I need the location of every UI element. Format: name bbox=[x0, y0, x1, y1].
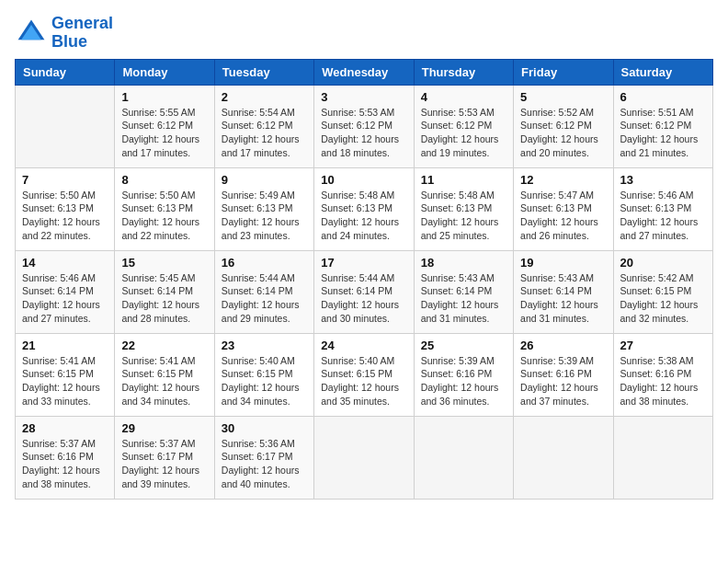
day-number: 27 bbox=[620, 339, 706, 352]
calendar-cell: 27Sunrise: 5:38 AM Sunset: 6:16 PM Dayli… bbox=[613, 333, 712, 416]
calendar-week-row: 21Sunrise: 5:41 AM Sunset: 6:15 PM Dayli… bbox=[16, 333, 713, 416]
calendar-table: SundayMondayTuesdayWednesdayThursdayFrid… bbox=[15, 59, 713, 500]
day-number: 3 bbox=[321, 90, 406, 104]
calendar-cell: 16Sunrise: 5:44 AM Sunset: 6:14 PM Dayli… bbox=[214, 250, 313, 333]
calendar-cell: 23Sunrise: 5:40 AM Sunset: 6:15 PM Dayli… bbox=[214, 333, 313, 416]
day-detail: Sunrise: 5:40 AM Sunset: 6:15 PM Dayligh… bbox=[222, 354, 307, 408]
day-detail: Sunrise: 5:41 AM Sunset: 6:15 PM Dayligh… bbox=[22, 354, 108, 408]
calendar-week-row: 28Sunrise: 5:37 AM Sunset: 6:16 PM Dayli… bbox=[16, 416, 713, 499]
day-number: 30 bbox=[222, 421, 307, 435]
logo-icon bbox=[15, 17, 48, 50]
calendar-cell: 29Sunrise: 5:37 AM Sunset: 6:17 PM Dayli… bbox=[115, 416, 214, 499]
calendar-cell: 6Sunrise: 5:51 AM Sunset: 6:12 PM Daylig… bbox=[613, 85, 712, 167]
calendar-cell: 2Sunrise: 5:54 AM Sunset: 6:12 PM Daylig… bbox=[214, 85, 313, 167]
day-number: 11 bbox=[421, 173, 506, 187]
calendar-cell: 1Sunrise: 5:55 AM Sunset: 6:12 PM Daylig… bbox=[115, 85, 214, 167]
calendar-header: SundayMondayTuesdayWednesdayThursdayFrid… bbox=[16, 59, 713, 85]
weekday-header: Monday bbox=[115, 59, 214, 85]
day-number: 22 bbox=[121, 339, 207, 352]
calendar-cell: 20Sunrise: 5:42 AM Sunset: 6:15 PM Dayli… bbox=[613, 250, 712, 333]
day-number: 16 bbox=[222, 256, 307, 270]
weekday-header: Sunday bbox=[16, 59, 115, 85]
day-detail: Sunrise: 5:49 AM Sunset: 6:13 PM Dayligh… bbox=[222, 189, 307, 243]
day-detail: Sunrise: 5:48 AM Sunset: 6:13 PM Dayligh… bbox=[321, 189, 406, 243]
day-number: 14 bbox=[22, 256, 108, 270]
calendar-cell bbox=[514, 416, 613, 499]
day-detail: Sunrise: 5:38 AM Sunset: 6:16 PM Dayligh… bbox=[620, 354, 706, 408]
day-number: 6 bbox=[620, 90, 706, 104]
calendar-cell: 25Sunrise: 5:39 AM Sunset: 6:16 PM Dayli… bbox=[414, 333, 513, 416]
day-detail: Sunrise: 5:47 AM Sunset: 6:13 PM Dayligh… bbox=[520, 189, 606, 243]
day-number: 15 bbox=[121, 256, 207, 270]
day-detail: Sunrise: 5:50 AM Sunset: 6:13 PM Dayligh… bbox=[22, 189, 108, 243]
day-number: 17 bbox=[321, 256, 406, 270]
day-number: 24 bbox=[321, 339, 406, 352]
calendar-week-row: 1Sunrise: 5:55 AM Sunset: 6:12 PM Daylig… bbox=[16, 85, 713, 167]
calendar-cell: 28Sunrise: 5:37 AM Sunset: 6:16 PM Dayli… bbox=[16, 416, 115, 499]
calendar-cell: 8Sunrise: 5:50 AM Sunset: 6:13 PM Daylig… bbox=[115, 167, 214, 250]
calendar-cell: 13Sunrise: 5:46 AM Sunset: 6:13 PM Dayli… bbox=[613, 167, 712, 250]
calendar-cell bbox=[613, 416, 712, 499]
calendar-cell: 9Sunrise: 5:49 AM Sunset: 6:13 PM Daylig… bbox=[214, 167, 313, 250]
calendar-cell: 21Sunrise: 5:41 AM Sunset: 6:15 PM Dayli… bbox=[16, 333, 115, 416]
calendar-cell bbox=[314, 416, 414, 499]
day-number: 2 bbox=[222, 90, 307, 104]
calendar-cell: 12Sunrise: 5:47 AM Sunset: 6:13 PM Dayli… bbox=[514, 167, 613, 250]
calendar-cell bbox=[16, 85, 115, 167]
day-number: 5 bbox=[520, 90, 606, 104]
day-detail: Sunrise: 5:36 AM Sunset: 6:17 PM Dayligh… bbox=[222, 437, 307, 491]
weekday-header: Thursday bbox=[414, 59, 513, 85]
weekday-header: Tuesday bbox=[214, 59, 313, 85]
day-detail: Sunrise: 5:40 AM Sunset: 6:15 PM Dayligh… bbox=[321, 354, 406, 408]
day-detail: Sunrise: 5:37 AM Sunset: 6:17 PM Dayligh… bbox=[121, 437, 207, 491]
calendar-body: 1Sunrise: 5:55 AM Sunset: 6:12 PM Daylig… bbox=[16, 85, 713, 499]
day-number: 1 bbox=[121, 90, 207, 104]
day-number: 10 bbox=[321, 173, 406, 187]
day-number: 23 bbox=[222, 339, 307, 352]
calendar-cell: 30Sunrise: 5:36 AM Sunset: 6:17 PM Dayli… bbox=[214, 416, 313, 499]
calendar-cell: 22Sunrise: 5:41 AM Sunset: 6:15 PM Dayli… bbox=[115, 333, 214, 416]
day-detail: Sunrise: 5:46 AM Sunset: 6:13 PM Dayligh… bbox=[620, 189, 706, 243]
day-detail: Sunrise: 5:44 AM Sunset: 6:14 PM Dayligh… bbox=[321, 271, 406, 326]
calendar-cell: 18Sunrise: 5:43 AM Sunset: 6:14 PM Dayli… bbox=[414, 250, 513, 333]
page-header: General Blue bbox=[15, 15, 713, 52]
calendar-cell: 26Sunrise: 5:39 AM Sunset: 6:16 PM Dayli… bbox=[514, 333, 613, 416]
day-detail: Sunrise: 5:39 AM Sunset: 6:16 PM Dayligh… bbox=[520, 354, 606, 408]
day-number: 28 bbox=[22, 421, 108, 435]
day-number: 29 bbox=[121, 421, 207, 435]
day-number: 7 bbox=[22, 173, 108, 187]
calendar-cell: 15Sunrise: 5:45 AM Sunset: 6:14 PM Dayli… bbox=[115, 250, 214, 333]
calendar-cell: 17Sunrise: 5:44 AM Sunset: 6:14 PM Dayli… bbox=[314, 250, 414, 333]
day-detail: Sunrise: 5:46 AM Sunset: 6:14 PM Dayligh… bbox=[22, 271, 108, 326]
day-detail: Sunrise: 5:53 AM Sunset: 6:12 PM Dayligh… bbox=[321, 106, 406, 160]
day-detail: Sunrise: 5:43 AM Sunset: 6:14 PM Dayligh… bbox=[421, 271, 506, 326]
day-number: 4 bbox=[421, 90, 506, 104]
day-number: 9 bbox=[222, 173, 307, 187]
calendar-cell: 5Sunrise: 5:52 AM Sunset: 6:12 PM Daylig… bbox=[514, 85, 613, 167]
day-number: 19 bbox=[520, 256, 606, 270]
day-detail: Sunrise: 5:51 AM Sunset: 6:12 PM Dayligh… bbox=[620, 106, 706, 160]
day-number: 21 bbox=[22, 339, 108, 352]
day-detail: Sunrise: 5:53 AM Sunset: 6:12 PM Dayligh… bbox=[421, 106, 506, 160]
weekday-header: Friday bbox=[514, 59, 613, 85]
calendar-cell: 3Sunrise: 5:53 AM Sunset: 6:12 PM Daylig… bbox=[314, 85, 414, 167]
calendar-week-row: 7Sunrise: 5:50 AM Sunset: 6:13 PM Daylig… bbox=[16, 167, 713, 250]
calendar-cell: 7Sunrise: 5:50 AM Sunset: 6:13 PM Daylig… bbox=[16, 167, 115, 250]
calendar-cell: 4Sunrise: 5:53 AM Sunset: 6:12 PM Daylig… bbox=[414, 85, 513, 167]
day-number: 13 bbox=[620, 173, 706, 187]
calendar-cell: 24Sunrise: 5:40 AM Sunset: 6:15 PM Dayli… bbox=[314, 333, 414, 416]
day-detail: Sunrise: 5:42 AM Sunset: 6:15 PM Dayligh… bbox=[620, 271, 706, 326]
day-number: 25 bbox=[421, 339, 506, 352]
day-number: 8 bbox=[121, 173, 207, 187]
day-number: 18 bbox=[421, 256, 506, 270]
logo-text: General Blue bbox=[51, 15, 113, 52]
day-detail: Sunrise: 5:44 AM Sunset: 6:14 PM Dayligh… bbox=[222, 271, 307, 326]
day-detail: Sunrise: 5:41 AM Sunset: 6:15 PM Dayligh… bbox=[121, 354, 207, 408]
day-detail: Sunrise: 5:54 AM Sunset: 6:12 PM Dayligh… bbox=[222, 106, 307, 160]
day-number: 26 bbox=[520, 339, 606, 352]
weekday-row: SundayMondayTuesdayWednesdayThursdayFrid… bbox=[16, 59, 713, 85]
calendar-cell bbox=[414, 416, 513, 499]
day-detail: Sunrise: 5:52 AM Sunset: 6:12 PM Dayligh… bbox=[520, 106, 606, 160]
day-detail: Sunrise: 5:37 AM Sunset: 6:16 PM Dayligh… bbox=[22, 437, 108, 491]
day-detail: Sunrise: 5:45 AM Sunset: 6:14 PM Dayligh… bbox=[121, 271, 207, 326]
